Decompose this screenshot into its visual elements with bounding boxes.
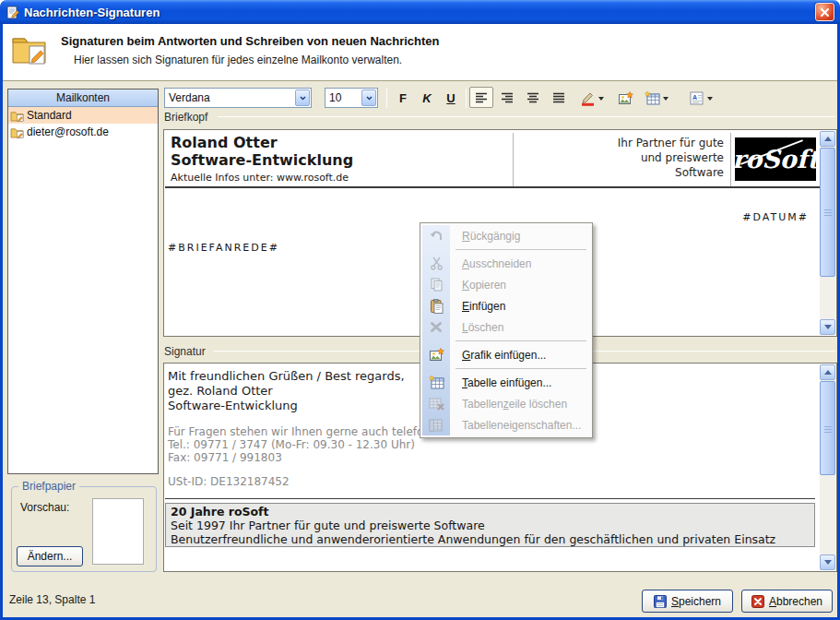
letterhead-slogan: Ihr Partner für gute und preiswerte Soft…	[618, 136, 724, 180]
change-stationery-button[interactable]: Ändern...	[17, 546, 83, 566]
align-justify-button[interactable]	[547, 87, 571, 108]
underline-button[interactable]: U	[440, 88, 462, 109]
header-subtitle: Hier lassen sich Signaturen für jedes ei…	[74, 54, 402, 66]
letterhead-table: Roland Otter Software-Entwicklung Aktuel…	[165, 131, 820, 188]
chevron-down-icon[interactable]	[598, 97, 604, 101]
font-family-value: Verdana	[169, 91, 210, 104]
datum-placeholder: #DATUM#	[742, 211, 809, 223]
align-left-button[interactable]	[469, 87, 493, 108]
insert-table-icon	[422, 376, 450, 389]
logo-text: roSoft	[735, 145, 816, 173]
title-bar[interactable]: Nachrichten-Signaturen	[0, 0, 840, 24]
font-size-combobox[interactable]: 10	[325, 88, 378, 108]
scroll-down-icon[interactable]	[820, 319, 835, 335]
stationery-preview	[92, 498, 144, 565]
undo-icon	[422, 229, 450, 243]
delete-x-icon	[422, 321, 450, 333]
menu-item-tabellenzeile-loeschen[interactable]: Tabellenzeile löschen	[422, 393, 590, 414]
stationery-button[interactable]: A	[684, 88, 717, 109]
align-justify-icon	[553, 92, 565, 103]
align-left-icon	[476, 92, 488, 103]
insert-image-icon	[422, 348, 450, 363]
font-color-pen-icon	[580, 90, 596, 106]
bold-button[interactable]: F	[392, 88, 414, 109]
toolbar-separator	[386, 89, 387, 108]
context-menu: Rückgängig Ausschneiden Kopiere	[420, 222, 593, 438]
promo-table-border	[165, 498, 815, 499]
svg-text:A: A	[692, 94, 697, 101]
menu-separator	[455, 368, 586, 369]
signatur-scrollbar[interactable]	[820, 364, 835, 570]
red-x-icon	[751, 595, 764, 608]
table-cell-divider	[730, 133, 731, 186]
header-title: Signaturen beim Antworten und Schreiben …	[61, 34, 440, 48]
align-right-icon	[502, 92, 514, 103]
scroll-down-icon[interactable]	[820, 554, 835, 570]
close-button[interactable]	[815, 3, 834, 21]
scroll-up-icon[interactable]	[820, 364, 835, 380]
document-pencil-icon	[6, 6, 20, 19]
scrollbar-thumb[interactable]	[820, 148, 835, 277]
italic-button[interactable]: K	[416, 88, 438, 109]
folder-edit-icon	[10, 110, 24, 122]
briefkopf-group-line	[218, 116, 835, 117]
close-x-icon	[820, 7, 830, 18]
dialog-header: Signaturen beim Antworten und Schreiben …	[0, 24, 840, 81]
briefanrede-placeholder: #BRIEFANREDE#	[168, 242, 279, 254]
font-family-combobox[interactable]: Verdana	[164, 88, 312, 108]
signature-text: Mit freundlichen Grüßen / Best regards, …	[168, 369, 453, 488]
save-button[interactable]: Speichern	[642, 590, 733, 613]
menu-item-rueckgaengig[interactable]: Rückgängig	[422, 225, 590, 246]
mail-account-dieter[interactable]: dieter@rosoft.de	[8, 124, 158, 140]
insert-table-button[interactable]	[640, 88, 673, 109]
italic-icon: K	[422, 91, 431, 105]
statusbar-text: Zeile 13, Spalte 1	[9, 593, 95, 606]
chevron-down-icon[interactable]	[361, 89, 376, 106]
align-center-icon	[527, 92, 539, 103]
menu-separator	[455, 340, 586, 341]
menu-item-tabelleneigenschaften[interactable]: Tabelleneigenschaften...	[422, 414, 590, 435]
scrollbar-thumb[interactable]	[820, 381, 835, 475]
scissors-icon	[422, 256, 450, 270]
insert-image-icon	[618, 91, 633, 106]
insert-table-icon	[645, 91, 660, 105]
align-center-button[interactable]	[521, 87, 545, 108]
mail-accounts-header: Mailkonten	[8, 89, 158, 107]
menu-separator	[455, 249, 586, 250]
chevron-down-icon[interactable]	[707, 97, 713, 101]
menu-item-einfuegen[interactable]: Einfügen	[422, 295, 590, 316]
align-right-button[interactable]	[495, 87, 519, 108]
window-title: Nachrichten-Signaturen	[24, 6, 160, 19]
menu-item-loeschen[interactable]: Löschen	[422, 316, 590, 338]
promo-box: 20 Jahre roSoft Seit 1997 Ihr Partner fü…	[165, 503, 815, 547]
briefkopf-scrollbar[interactable]	[820, 131, 835, 335]
mail-account-standard[interactable]: Standard	[8, 107, 158, 124]
font-size-value: 10	[329, 91, 341, 104]
briefkopf-group-label: Briefkopf	[164, 111, 213, 124]
table-cell-divider	[513, 133, 514, 186]
scrollbar-grip	[824, 426, 832, 427]
menu-item-kopieren[interactable]: Kopieren	[422, 274, 590, 295]
bold-icon: F	[399, 91, 407, 105]
letterhead-info: Aktuelle Infos unter: www.rosoft.de	[171, 172, 349, 184]
chevron-down-icon[interactable]	[663, 97, 668, 101]
folder-edit-icon	[10, 126, 24, 138]
dialog-window: Nachrichten-Signaturen Signaturen beim A…	[0, 0, 840, 620]
cancel-button[interactable]: Abbrechen	[741, 590, 833, 613]
mail-account-label: Standard	[27, 109, 72, 122]
font-color-button[interactable]	[576, 88, 608, 109]
chevron-down-icon[interactable]	[295, 89, 310, 106]
table-properties-icon	[422, 419, 450, 432]
paste-icon	[422, 299, 450, 314]
menu-item-tabelle-einfuegen[interactable]: Tabelle einfügen...	[422, 372, 590, 393]
stationery-a-icon: A	[690, 91, 704, 105]
rosoft-logo: roSoft	[735, 137, 816, 181]
scroll-up-icon[interactable]	[820, 131, 835, 147]
briefpapier-group-label: Briefpapier	[18, 480, 79, 493]
toolbar-separator	[466, 89, 467, 108]
menu-item-grafik-einfuegen[interactable]: Grafik einfügen...	[422, 344, 590, 365]
insert-image-button[interactable]	[614, 88, 636, 109]
delete-table-row-icon	[422, 397, 450, 411]
menu-item-ausschneiden[interactable]: Ausschneiden	[422, 253, 590, 274]
mail-accounts-panel: Mailkonten Standard dieter@rosoft.de	[7, 89, 159, 474]
